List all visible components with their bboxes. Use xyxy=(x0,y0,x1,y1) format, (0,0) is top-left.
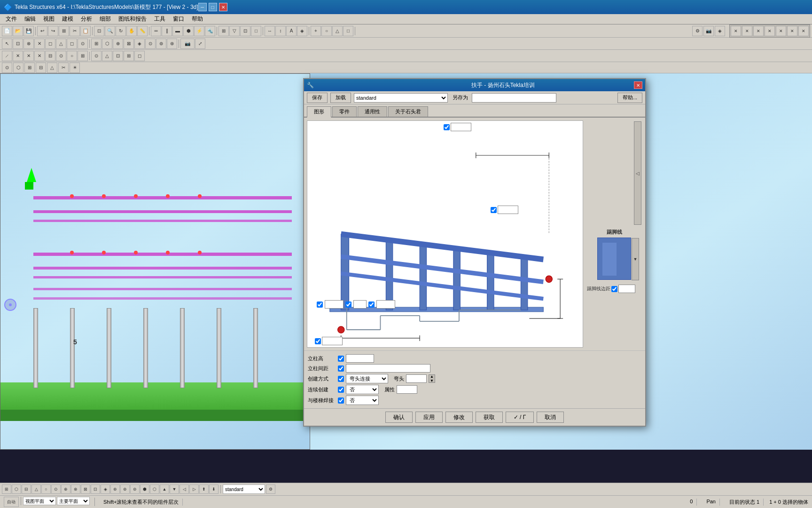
v1-btn[interactable]: ⊙ xyxy=(91,51,102,61)
zoom-fit-btn[interactable]: ⊡ xyxy=(94,26,104,36)
snap3-btn[interactable]: △ xyxy=(332,26,343,36)
bottom-check[interactable] xyxy=(491,207,497,213)
select-btn[interactable]: ↖ xyxy=(2,39,12,49)
tab-general[interactable]: 通用性 xyxy=(358,106,387,117)
light-btn[interactable]: ☀ xyxy=(70,63,80,73)
check-button[interactable]: ✓ / Γ xyxy=(506,412,534,423)
redo-btn[interactable]: ↪ xyxy=(48,26,58,36)
m3-btn[interactable]: ⊕ xyxy=(113,39,123,49)
side-view-btn[interactable]: ⊟ xyxy=(36,63,46,73)
front-view-btn[interactable]: ⊞ xyxy=(24,63,35,73)
minimize-button[interactable]: ─ xyxy=(198,3,207,11)
weld-btn[interactable]: ⚡ xyxy=(194,26,204,36)
st1[interactable]: ⊞ xyxy=(2,484,11,494)
spacing-input[interactable]: 500 600 3*200 xyxy=(346,364,430,373)
iso-view-btn[interactable]: ⊙ xyxy=(2,63,12,73)
tab-parts[interactable]: 零件 xyxy=(332,106,357,117)
reinf-btn[interactable]: 🔩 xyxy=(205,26,215,36)
m8-btn[interactable]: ⊛ xyxy=(167,39,177,49)
tab-about[interactable]: 关于石头君 xyxy=(388,106,428,117)
v5-btn[interactable]: ◻ xyxy=(134,51,145,61)
w3-check[interactable] xyxy=(368,302,375,308)
offset-check[interactable] xyxy=(315,338,321,344)
menu-help[interactable]: 帮助 xyxy=(188,14,207,24)
weld-stair-select[interactable]: 否 xyxy=(346,396,379,405)
height-check[interactable] xyxy=(338,356,344,362)
3d-viewport[interactable]: 5 xyxy=(0,73,310,450)
spacing-check[interactable] xyxy=(338,365,344,372)
text-btn[interactable]: A xyxy=(286,26,297,36)
cancel-button[interactable]: 取消 xyxy=(537,412,564,423)
menu-analyze[interactable]: 分析 xyxy=(77,14,96,24)
view-close-4[interactable]: ✕ xyxy=(765,26,775,36)
st19[interactable]: ◁ xyxy=(180,484,189,494)
st6[interactable]: ⊙ xyxy=(51,484,61,494)
select-all-btn[interactable]: ⊡ xyxy=(240,26,250,36)
w2-input[interactable]: 3 xyxy=(353,300,367,309)
cut-btn[interactable]: ✂ xyxy=(70,26,80,36)
w2-check[interactable] xyxy=(345,302,351,308)
view-close-7[interactable]: ✕ xyxy=(798,26,809,36)
sym-btn[interactable]: ◈ xyxy=(297,26,307,36)
clip-btn[interactable]: ✂ xyxy=(58,63,69,73)
st11[interactable]: ◈ xyxy=(101,484,110,494)
measure-btn[interactable]: 📏 xyxy=(137,26,148,36)
view-plane-select[interactable]: 视图平面 xyxy=(23,497,56,505)
create-method-select[interactable]: 弯头连接 xyxy=(346,374,388,383)
d3-btn[interactable]: ✕ xyxy=(23,51,34,61)
d5-btn[interactable]: ⊟ xyxy=(45,51,55,61)
select5-btn[interactable]: ◻ xyxy=(45,39,55,49)
st14[interactable]: ⊜ xyxy=(130,484,140,494)
select7-btn[interactable]: ◻ xyxy=(67,39,77,49)
snap-auto[interactable]: 自动 xyxy=(4,497,19,507)
st20[interactable]: ▷ xyxy=(189,484,199,494)
undo-btn[interactable]: ↩ xyxy=(37,26,47,36)
copy-btn[interactable]: ⊞ xyxy=(59,26,69,36)
kicker-edge-check[interactable] xyxy=(611,286,617,292)
settings-btn[interactable]: ⚙ xyxy=(692,26,703,36)
load-button[interactable]: 加载 xyxy=(330,93,351,103)
snap2-btn[interactable]: ○ xyxy=(321,26,332,36)
w1-check[interactable] xyxy=(317,302,323,308)
m6-btn[interactable]: ⊙ xyxy=(145,39,156,49)
top-check[interactable] xyxy=(444,124,450,130)
w1-input[interactable]: 400 xyxy=(325,300,344,309)
preset-select[interactable]: standard xyxy=(354,93,448,103)
menu-file[interactable]: 文件 xyxy=(2,14,21,24)
help-button[interactable]: 帮助... xyxy=(617,93,642,103)
menu-drawings[interactable]: 图纸和报告 xyxy=(115,14,150,24)
menu-view[interactable]: 视图 xyxy=(39,14,58,24)
st15[interactable]: ⬢ xyxy=(140,484,149,494)
new-btn[interactable]: 📄 xyxy=(2,26,12,36)
menu-build[interactable]: 建模 xyxy=(58,14,77,24)
menu-edit[interactable]: 编辑 xyxy=(21,14,39,24)
st12[interactable]: ⊛ xyxy=(110,484,120,494)
deselect-btn[interactable]: □ xyxy=(251,26,261,36)
d7-btn[interactable]: ○ xyxy=(67,51,77,61)
snap4-btn[interactable]: □ xyxy=(343,26,353,36)
st7[interactable]: ⊕ xyxy=(61,484,70,494)
kicker-edge-input[interactable]: 10 xyxy=(618,285,635,293)
st13[interactable]: ⊚ xyxy=(120,484,130,494)
st9[interactable]: ⊠ xyxy=(81,484,90,494)
v4-btn[interactable]: ⊞ xyxy=(124,51,134,61)
m4-btn[interactable]: ⊠ xyxy=(124,39,134,49)
view-close-5[interactable]: ✕ xyxy=(776,26,786,36)
select4-btn[interactable]: ✕ xyxy=(34,39,45,49)
st17[interactable]: ▲ xyxy=(160,484,169,494)
menu-detail[interactable]: 细部 xyxy=(96,14,115,24)
st22[interactable]: ⬇ xyxy=(209,484,219,494)
d4-btn[interactable]: ✕ xyxy=(34,51,45,61)
d1-btn[interactable]: ⟋ xyxy=(2,51,12,61)
d6-btn[interactable]: ⊙ xyxy=(56,51,66,61)
bolt-btn[interactable]: ⬢ xyxy=(183,26,194,36)
open-btn[interactable]: 📂 xyxy=(13,26,23,36)
d2-btn[interactable]: ✕ xyxy=(13,51,23,61)
tab-figure[interactable]: 图形 xyxy=(307,106,331,118)
elbow-step-btn[interactable]: ▲▼ xyxy=(429,374,435,383)
camera-btn[interactable]: 📷 xyxy=(703,26,714,36)
m1-btn[interactable]: ⊞ xyxy=(91,39,102,49)
menu-window[interactable]: 窗口 xyxy=(169,14,188,24)
bottom-input[interactable]: 300 xyxy=(498,206,518,214)
st8[interactable]: ⊗ xyxy=(71,484,80,494)
